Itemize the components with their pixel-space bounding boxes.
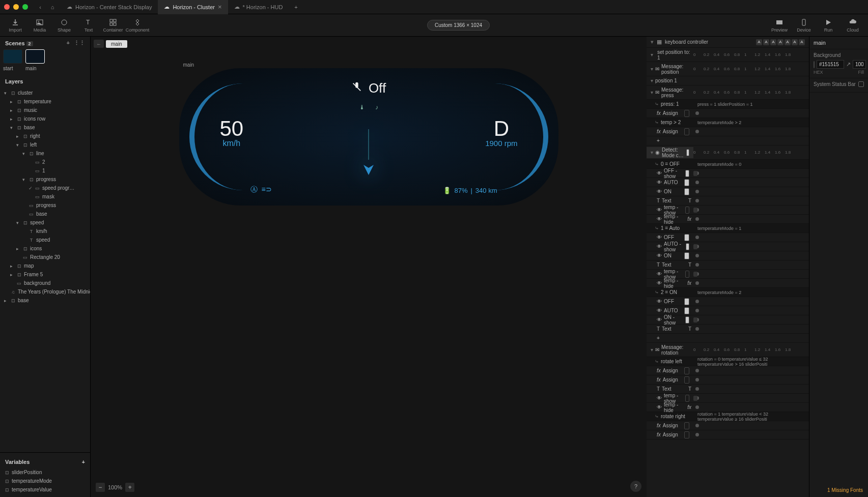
letter-button[interactable]: A <box>799 39 805 45</box>
color-swatch[interactable] <box>814 61 815 68</box>
track-bar[interactable] <box>693 171 697 176</box>
expand-arrow-icon[interactable]: ▸ <box>4 298 8 303</box>
expand-arrow-icon[interactable]: ▾ <box>10 125 14 130</box>
timeline-assign-row[interactable]: fx Assign <box>647 421 809 430</box>
track-slot[interactable] <box>686 243 689 250</box>
expand-arrow-icon[interactable]: ▸ <box>16 246 20 251</box>
layer-row[interactable]: ▸⊡temperature <box>0 97 90 106</box>
timeline-assign-row[interactable]: fx Assign <box>647 366 809 375</box>
track-slot[interactable] <box>684 298 689 305</box>
layer-row[interactable]: ✓▭speed progr… <box>0 184 90 192</box>
track-slot[interactable] <box>684 234 689 241</box>
controller-name[interactable]: keyboard controller <box>665 39 753 45</box>
preview-button[interactable]: Preview <box>768 16 791 35</box>
keyframe-icon[interactable] <box>695 263 699 267</box>
keyframe-icon[interactable] <box>695 254 699 257</box>
keyframe-icon[interactable] <box>695 300 699 303</box>
canvas-viewport[interactable]: main Off 🌡 ♪ <box>91 51 647 497</box>
assign-slot[interactable] <box>684 422 689 429</box>
zoom-in-button[interactable]: + <box>125 483 134 492</box>
scenes-settings-icon[interactable]: ⋮⋮ <box>74 40 85 46</box>
keyframe-icon[interactable] <box>695 130 699 133</box>
variable-row[interactable]: ⊡temperatureMode <box>0 477 90 485</box>
assign-slot[interactable] <box>684 431 689 438</box>
add-scene-icon[interactable]: + <box>67 40 70 46</box>
layer-row[interactable]: ▸⊡map <box>0 261 90 270</box>
layer-row[interactable]: ▾⊡speed <box>0 218 90 227</box>
layer-row[interactable]: ▭1 <box>0 166 90 175</box>
timeline-track-row[interactable]: 👁 temp - hidefx <box>647 215 809 224</box>
track-slot[interactable] <box>684 179 689 186</box>
layer-row[interactable]: ▭mask <box>0 192 90 201</box>
scene-item[interactable]: main <box>25 49 45 71</box>
timeline-message-row[interactable]: ▾ set position to: 100.20.40.60.811.21.4… <box>647 48 809 62</box>
layer-row[interactable]: ▸⊡music <box>0 106 90 114</box>
keyframe-icon[interactable] <box>695 327 699 331</box>
keyframe-icon[interactable] <box>695 433 699 436</box>
keyframe-icon[interactable] <box>695 424 699 427</box>
layer-row[interactable]: ▾⊡line <box>0 149 90 158</box>
inspector-scene-name[interactable]: main <box>809 37 868 49</box>
help-button[interactable]: ? <box>630 481 641 492</box>
shape-button[interactable]: Shape <box>53 16 75 35</box>
expand-arrow-icon[interactable]: ▸ <box>10 264 14 269</box>
layer-row[interactable]: ▾⊡left <box>0 140 90 149</box>
container-button[interactable]: Container <box>102 16 124 35</box>
track-bar[interactable] <box>693 396 697 401</box>
import-button[interactable]: Import <box>4 16 26 35</box>
chevron-icon[interactable]: ▾ <box>651 66 653 72</box>
cloud-button[interactable]: Cloud <box>842 16 864 35</box>
timeline-section-header[interactable]: ▾ position 1 <box>647 76 809 85</box>
component-button[interactable]: Component <box>126 16 149 35</box>
keyframe-icon[interactable] <box>695 281 699 285</box>
assign-slot[interactable] <box>684 376 689 384</box>
expand-arrow-icon[interactable]: ▸ <box>16 134 20 139</box>
letter-button[interactable]: A <box>785 39 791 45</box>
row-slot[interactable] <box>686 149 690 156</box>
timeline-assign-row[interactable]: fx Assign <box>647 430 809 440</box>
keyframe-icon[interactable] <box>695 387 699 391</box>
color-alpha-input[interactable] <box>853 60 866 69</box>
layers-tree[interactable]: ▾⊡cluster▸⊡temperature▸⊡music▸⊡icons row… <box>0 87 90 452</box>
layer-row[interactable]: Tkm/h <box>0 227 90 236</box>
chevron-icon[interactable]: ▾ <box>651 52 653 57</box>
chevron-icon[interactable]: ▾ <box>651 90 653 95</box>
artboard[interactable]: main Off 🌡 ♪ <box>179 61 558 346</box>
track-slot[interactable] <box>685 271 689 278</box>
track-bar[interactable] <box>693 317 697 323</box>
timeline-track-row[interactable]: T TextT <box>647 325 809 334</box>
document-tab[interactable]: ☁ Horizon - Center Stack Display <box>61 0 158 14</box>
timeline-message-row[interactable]: ▾ ◉ Detect: Mode c…00.20.40.60.811.21.41… <box>647 145 809 160</box>
canvas-size-selector[interactable]: Custom 1366 × 1024 <box>427 20 490 31</box>
letter-button[interactable]: A <box>792 39 798 45</box>
timeline-message-row[interactable]: ▾ ✉ Message: press00.20.40.60.811.21.41.… <box>647 85 809 100</box>
window-close[interactable] <box>4 4 10 10</box>
track-slot[interactable] <box>685 170 689 177</box>
keyframe-icon[interactable] <box>695 199 699 202</box>
window-minimize[interactable] <box>13 4 19 10</box>
layer-row[interactable]: Tspeed <box>0 236 90 244</box>
timeline-assign-row[interactable]: fx Assign <box>647 127 809 136</box>
timeline-track-row[interactable]: 👁 temp - hidefx <box>647 403 809 412</box>
layer-row[interactable]: ▸⊡Frame 5 <box>0 270 90 279</box>
keyframe-icon[interactable] <box>695 236 699 239</box>
timeline-condition-row[interactable]: ⤷ 1 = AutotemperatureMode = 1 <box>647 224 809 233</box>
tab-close-icon[interactable]: × <box>218 3 222 11</box>
status-bar-checkbox[interactable] <box>858 81 864 87</box>
letter-button[interactable]: A <box>770 39 776 45</box>
document-tab[interactable]: ☁ Horizon - Cluster × <box>158 0 228 14</box>
layer-row[interactable]: ▭2 <box>0 158 90 166</box>
letter-button[interactable]: A <box>777 39 783 45</box>
track-slot[interactable] <box>684 252 689 259</box>
tab-add-button[interactable]: + <box>289 0 303 14</box>
layer-row[interactable]: ▸⊡right <box>0 132 90 140</box>
keyframe-icon[interactable] <box>695 378 699 382</box>
layer-row[interactable]: ▸⊡icons <box>0 244 90 253</box>
layer-row[interactable]: ▭Rectangle 20 <box>0 253 90 261</box>
timeline-add-row[interactable]: + <box>647 334 809 343</box>
track-slot[interactable] <box>685 395 689 402</box>
expand-arrow-icon[interactable]: ▾ <box>16 220 20 225</box>
timeline-assign-row[interactable]: fx Assign <box>647 109 809 118</box>
add-variable-icon[interactable]: + <box>82 459 85 465</box>
variable-row[interactable]: ⊡sliderPosition <box>0 468 90 477</box>
